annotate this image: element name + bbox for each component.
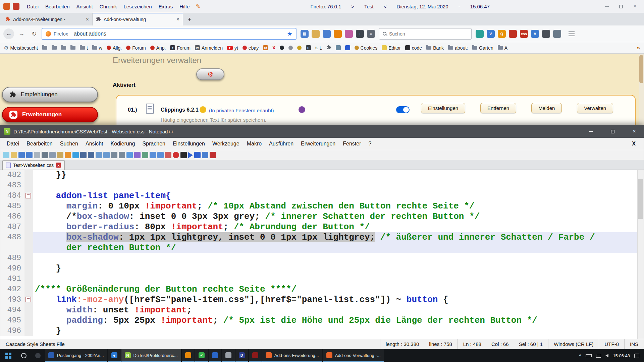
- addon-name[interactable]: Clippings 6.2.1: [161, 107, 199, 113]
- editor-surface[interactable]: 482 }}483484− addon-list panel-item{485 …: [0, 170, 644, 339]
- bookmark-item[interactable]: about:: [448, 45, 468, 51]
- url-value[interactable]: about:addons: [74, 31, 284, 37]
- status-eol[interactable]: Windows (CR LF): [548, 339, 599, 349]
- sidebar-item-empfehlungen[interactable]: Empfehlungen: [2, 87, 98, 102]
- menu-ansicht[interactable]: Ansicht: [73, 3, 96, 10]
- npp-menu-ausführen[interactable]: Ausführen: [265, 139, 297, 148]
- fold-marker-icon[interactable]: −: [25, 297, 31, 302]
- profile-icon[interactable]: [553, 30, 561, 38]
- bookmark-item[interactable]: [297, 46, 302, 50]
- forward-icon[interactable]: →: [16, 28, 27, 39]
- npp-menu-fenster[interactable]: Fenster: [339, 139, 365, 148]
- bookmark-item[interactable]: Anp.: [150, 45, 166, 51]
- mail-app[interactable]: Posteingang - 2002An...: [45, 349, 107, 362]
- replace-icon[interactable]: [88, 152, 94, 158]
- multi-play-macro-icon[interactable]: [194, 152, 201, 158]
- npp-minimize-icon[interactable]: [581, 125, 600, 138]
- tab-1[interactable]: Add-ons-Erweiterungen -×: [2, 13, 93, 25]
- npp-menu-sprachen[interactable]: Sprachen: [139, 139, 169, 148]
- bookmark-item[interactable]: [61, 46, 66, 50]
- npp-menu-kodierung[interactable]: Kodierung: [107, 139, 139, 148]
- library-icon[interactable]: ▤: [301, 30, 309, 38]
- addon-grid-icon[interactable]: [13, 3, 19, 10]
- folder-blue-icon[interactable]: [323, 30, 331, 38]
- bookmark-item[interactable]: t.t.: [315, 45, 322, 51]
- sync-v-icon[interactable]: [111, 152, 117, 158]
- editor-scrollbar[interactable]: [637, 170, 644, 339]
- network-icon[interactable]: [596, 354, 601, 358]
- hamburger-menu-icon[interactable]: [569, 32, 575, 36]
- bookmarks-overflow-icon[interactable]: »: [637, 45, 640, 51]
- bookmark-item[interactable]: [42, 46, 47, 50]
- bookmark-item[interactable]: Editor: [382, 45, 401, 51]
- stop-macro-icon[interactable]: [180, 152, 187, 158]
- bookmark-item[interactable]: E: [306, 45, 311, 50]
- tray-clock[interactable]: 15:06:48: [613, 353, 630, 358]
- v-blue2-icon[interactable]: V: [531, 30, 539, 38]
- open-folder-icon[interactable]: [312, 30, 320, 38]
- bookmark-item[interactable]: [327, 45, 331, 51]
- save-macro-icon[interactable]: [202, 152, 208, 158]
- minimize-icon[interactable]: [600, 1, 614, 11]
- npp-menu-datei[interactable]: Datei: [3, 139, 23, 148]
- npp-menu-help[interactable]: ?: [365, 139, 375, 148]
- document-tab[interactable]: Test-Webseiten.css x: [2, 160, 65, 170]
- npp-menu-bearbeiten[interactable]: Bearbeiten: [23, 139, 56, 148]
- open-file-icon[interactable]: [11, 152, 17, 158]
- notepad-plus-plus-app[interactable]: ND:\Test\Profilordner\c...: [121, 349, 181, 362]
- entfernen-button[interactable]: Entfernen: [480, 103, 516, 113]
- verwalten-button[interactable]: Verwalten: [577, 103, 613, 113]
- document-tab-close-icon[interactable]: x: [56, 163, 61, 168]
- npp-menu-werkzeuge[interactable]: Werkzeuge: [209, 139, 243, 148]
- menu-bearbeiten[interactable]: Bearbeiten: [42, 3, 73, 10]
- bookmark-item[interactable]: Garten: [472, 45, 493, 51]
- new-file-icon[interactable]: [3, 152, 9, 158]
- bookmark-item[interactable]: X: [272, 45, 275, 50]
- find-icon[interactable]: [80, 152, 87, 158]
- q-orange-icon[interactable]: Q: [498, 30, 506, 38]
- bookmark-item[interactable]: [52, 46, 57, 50]
- battery-icon[interactable]: [586, 354, 592, 357]
- undo-icon[interactable]: [65, 152, 71, 158]
- show-all-chars-icon[interactable]: [134, 152, 141, 158]
- bookmark-item[interactable]: [280, 46, 284, 50]
- save-icon[interactable]: [18, 152, 25, 158]
- bookmark-item[interactable]: ebay: [243, 45, 259, 51]
- word-wrap-icon[interactable]: [126, 152, 133, 158]
- einstellungen-button[interactable]: Einstellungen: [421, 103, 465, 113]
- red-app[interactable]: [249, 349, 262, 362]
- bookmark-item[interactable]: ⚙Meistbesucht: [4, 45, 38, 51]
- npp-menu-erweiterungen[interactable]: Erweiterungen: [297, 139, 339, 148]
- bookmark-item[interactable]: A: [498, 45, 507, 51]
- status-insert-mode[interactable]: INS: [624, 339, 644, 349]
- melden-button[interactable]: Melden: [531, 103, 562, 113]
- menu-lesezeichen[interactable]: Lesezeichen: [120, 3, 155, 10]
- maximize-icon[interactable]: [614, 1, 628, 11]
- bookmark-item[interactable]: yt: [227, 45, 238, 51]
- d-app[interactable]: D: [235, 349, 248, 362]
- bookmark-item[interactable]: Cf: [263, 45, 268, 50]
- paint-icon[interactable]: [345, 30, 353, 38]
- new-tab-button[interactable]: +: [184, 14, 195, 24]
- copy-icon[interactable]: [49, 152, 56, 158]
- tab-2[interactable]: Add-ons-Verwaltung×: [93, 13, 183, 25]
- cut-icon[interactable]: [42, 152, 48, 158]
- bookmark-item[interactable]: [288, 46, 293, 50]
- npp-menu-suchen[interactable]: Suchen: [56, 139, 82, 148]
- bookmark-item[interactable]: [336, 45, 341, 50]
- sidebar-item-erweiterungen[interactable]: Erweiterungen: [2, 107, 98, 122]
- function-list-icon[interactable]: [157, 152, 164, 158]
- addon-enable-toggle[interactable]: [396, 106, 410, 113]
- bookmark-item[interactable]: [70, 46, 75, 50]
- npp-menu-ansicht[interactable]: Ansicht: [82, 139, 107, 148]
- code-area[interactable]: 482 }}483484− addon-list panel-item{485 …: [0, 170, 644, 336]
- reload-icon[interactable]: ↻: [29, 28, 40, 39]
- edit-pencil-icon[interactable]: ✎: [196, 3, 200, 10]
- npp-close-document-icon[interactable]: X: [627, 139, 641, 148]
- print-icon[interactable]: [34, 152, 40, 158]
- save-all-icon[interactable]: [26, 152, 33, 158]
- bookmark-item[interactable]: w: [92, 45, 102, 51]
- status-encoding[interactable]: UTF-8: [599, 339, 624, 349]
- firefox-window-1[interactable]: Add-ons-Erweiterung...: [262, 349, 322, 362]
- firefox-app-icon[interactable]: [3, 3, 10, 10]
